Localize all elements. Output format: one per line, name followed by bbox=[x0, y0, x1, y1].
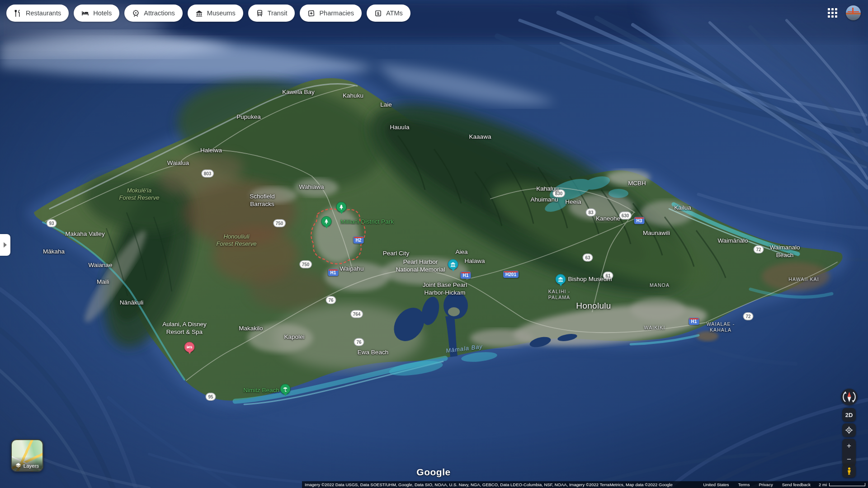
layers-button[interactable]: Layers bbox=[11, 439, 43, 472]
map-label-waialae-kahala: WAIALAE - KAHALA bbox=[707, 321, 735, 333]
map-label-honolulu[interactable]: Honolulu bbox=[576, 300, 611, 311]
map-label-kailua[interactable]: Kailua bbox=[674, 204, 691, 212]
map-label-joint-base-pearl-harbor-hickam[interactable]: Joint Base Pearl Harbor-Hickam bbox=[423, 282, 467, 297]
map-label-schofield-barracks[interactable]: Schofield Barracks bbox=[250, 193, 275, 208]
map-label-pearl-harbor-national-memorial[interactable]: Pearl Harbor National Memorial bbox=[396, 258, 445, 274]
map-label-waimanalo-beach[interactable]: Waimanalo Beach bbox=[769, 244, 800, 259]
chip-label: Attractions bbox=[144, 9, 175, 17]
map-label-halawa[interactable]: Halawa bbox=[464, 258, 485, 265]
road-shield-630: 630 bbox=[620, 212, 631, 219]
map-label-makaha[interactable]: Mākaha bbox=[43, 248, 65, 256]
svg-text:$: $ bbox=[377, 11, 379, 15]
marker-tail bbox=[451, 268, 455, 272]
account-avatar[interactable] bbox=[846, 5, 861, 20]
map-label-pearl-city[interactable]: Pearl City bbox=[383, 250, 410, 258]
google-apps-grid-icon[interactable] bbox=[828, 8, 838, 18]
toggle-2d-button[interactable]: 2D bbox=[842, 408, 856, 422]
compass-control[interactable] bbox=[841, 389, 858, 405]
chip-museums[interactable]: Museums bbox=[188, 5, 243, 22]
chip-label: Hotels bbox=[93, 9, 112, 17]
map-label-heeia[interactable]: Heeia bbox=[565, 198, 581, 206]
road-shield-h1: H1 bbox=[328, 269, 339, 276]
resort-marker-aulani[interactable] bbox=[184, 342, 195, 352]
pegman-button[interactable] bbox=[842, 464, 856, 478]
museum-marker-bishop-museum[interactable] bbox=[556, 274, 566, 285]
layers-icon bbox=[15, 463, 21, 469]
chip-attractions[interactable]: Attractions bbox=[124, 5, 183, 22]
road-shield-63: 63 bbox=[583, 254, 592, 261]
map-label-mokuleia-forest-reserve: Mokulē'ia Forest Reserve bbox=[119, 187, 160, 202]
park-marker-mililani-district-park[interactable] bbox=[321, 216, 332, 227]
map-label-maunawili[interactable]: Maunawili bbox=[643, 230, 670, 237]
map-label-waimanalo[interactable]: Waimānalo bbox=[717, 237, 748, 245]
map-label-laie[interactable]: Laie bbox=[380, 101, 392, 109]
footer-link-send-feedback[interactable]: Send feedback bbox=[782, 482, 811, 487]
map-label-waialua[interactable]: Waialua bbox=[167, 160, 189, 167]
map-label-manoa: MANOA bbox=[650, 282, 670, 288]
map-label-mililani-district-park[interactable]: Mililani District Park bbox=[340, 218, 394, 226]
category-chipbar: RestaurantsHotelsAttractionsMuseumsTrans… bbox=[6, 5, 410, 22]
map-label-wahiawa[interactable]: Wahiawa bbox=[299, 183, 324, 191]
zoom-control: + − bbox=[842, 439, 856, 466]
map-label-maili[interactable]: Maili bbox=[97, 278, 109, 286]
park-marker-mililani-mauka[interactable] bbox=[336, 202, 347, 212]
zoom-in-button[interactable]: + bbox=[842, 439, 856, 452]
map-label-kahuku[interactable]: Kahuku bbox=[343, 92, 363, 100]
map-label-waipahu[interactable]: Waipahu bbox=[340, 265, 364, 273]
layers-label: Layers bbox=[24, 463, 39, 469]
beach-marker-nimitz[interactable] bbox=[280, 384, 291, 394]
marker-tail bbox=[339, 211, 344, 214]
chip-transit[interactable]: Transit bbox=[248, 5, 295, 22]
my-location-button[interactable] bbox=[842, 423, 856, 437]
map-label-mcbh[interactable]: MCBH bbox=[628, 180, 646, 188]
map-label-hauula[interactable]: Hauula bbox=[390, 124, 410, 131]
map-label-ahuimanu[interactable]: Ahuimanu bbox=[531, 196, 558, 204]
map-label-makakilo[interactable]: Makakilo bbox=[239, 325, 263, 333]
footer-link-terms[interactable]: Terms bbox=[738, 482, 750, 487]
road-shield-h1: H1 bbox=[461, 272, 471, 279]
map-label-haleiwa[interactable]: Haleiwa bbox=[200, 147, 222, 155]
road-shield-95: 95 bbox=[206, 394, 215, 400]
marker-tail bbox=[324, 225, 329, 229]
map-label-waianae[interactable]: Waianae bbox=[89, 262, 113, 269]
map-label-kahaluu[interactable]: Kahaluu bbox=[536, 185, 559, 193]
chip-pharmacies[interactable]: Pharmacies bbox=[300, 5, 362, 22]
map-label-aiea[interactable]: Aiea bbox=[455, 249, 467, 256]
map-label-kaaawa[interactable]: Kaaawa bbox=[469, 133, 491, 141]
road-shield-h1: H1 bbox=[689, 318, 699, 325]
map-label-kaneohe[interactable]: Kaneohe bbox=[596, 215, 620, 223]
map-label-ewa-beach[interactable]: Ewa Beach bbox=[358, 349, 388, 357]
map-label-nimitz-beach[interactable]: Nimitz Beach bbox=[243, 387, 279, 394]
map-label-waikiki: WAIKIKI bbox=[644, 325, 665, 331]
map-label-kawela-bay[interactable]: Kawela Bay bbox=[282, 89, 314, 96]
museum-marker-pearl-harbor[interactable] bbox=[448, 259, 458, 270]
road-shield-76: 76 bbox=[354, 339, 363, 346]
chip-label: Museums bbox=[207, 9, 236, 17]
map-label-aulani-disney-resort[interactable]: Aulani, A Disney Resort & Spa bbox=[162, 321, 207, 336]
chip-restaurants[interactable]: Restaurants bbox=[6, 5, 69, 22]
side-panel-expand-button[interactable] bbox=[0, 234, 10, 256]
chevron-right-icon bbox=[4, 242, 7, 248]
footer-link-united-states[interactable]: United States bbox=[703, 482, 729, 487]
chip-label: ATMs bbox=[386, 9, 403, 17]
hotels-icon bbox=[81, 9, 89, 17]
map-label-bishop-museum[interactable]: Bishop Museum bbox=[568, 276, 612, 283]
map-label-makaha-valley[interactable]: Makaha Valley bbox=[65, 230, 105, 238]
map-label-pupukea[interactable]: Pupukea bbox=[236, 113, 260, 121]
pharmacies-icon bbox=[307, 9, 315, 17]
footer-link-privacy[interactable]: Privacy bbox=[759, 482, 773, 487]
map-label-nanakuli[interactable]: Nānākuli bbox=[120, 299, 144, 307]
chip-hotels[interactable]: Hotels bbox=[74, 5, 119, 22]
google-logo: Google bbox=[416, 467, 450, 478]
road-shield-h201: H201 bbox=[503, 271, 519, 278]
map-attribution-bar: Imagery ©2022 Data USGS, Data SOEST/UHM,… bbox=[302, 481, 868, 488]
chip-atms[interactable]: $ATMs bbox=[367, 5, 410, 22]
marker-tail bbox=[558, 283, 563, 286]
map-scale: 2 mi bbox=[819, 482, 865, 487]
chip-label: Restaurants bbox=[26, 9, 61, 17]
chip-label: Pharmacies bbox=[319, 9, 354, 17]
chip-label: Transit bbox=[268, 9, 288, 17]
road-shield-72: 72 bbox=[754, 246, 763, 253]
road-shield-76: 76 bbox=[326, 297, 335, 304]
map-label-kapolei[interactable]: Kapolei bbox=[284, 333, 304, 341]
